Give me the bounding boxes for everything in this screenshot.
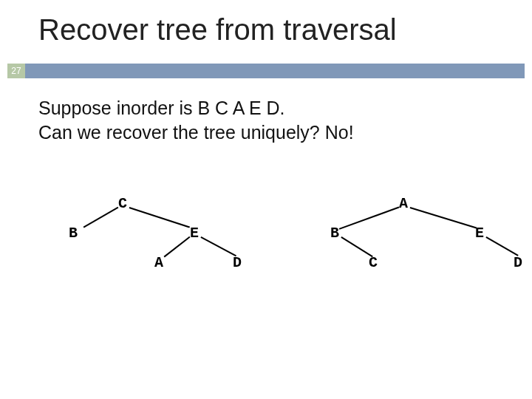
tree2-edge-b-c	[341, 236, 373, 257]
page-number-badge: 27	[7, 64, 25, 78]
tree2-left: B	[330, 225, 339, 242]
tree2-root: A	[399, 195, 408, 212]
body-line-2: Can we recover the tree uniquely? No!	[38, 120, 354, 145]
tree1-left: B	[69, 225, 78, 242]
header-band	[25, 64, 525, 78]
slide-body: Suppose inorder is B C A E D. Can we rec…	[38, 96, 354, 144]
trees-container: C B E A D A B E C D	[0, 185, 532, 332]
tree1-root: C	[118, 195, 127, 212]
tree2-edge-a-e	[410, 207, 477, 228]
tree1-right: E	[190, 225, 199, 242]
body-line-1: Suppose inorder is B C A E D.	[38, 96, 354, 120]
tree1-right-left: A	[154, 254, 163, 271]
tree2-right-right: D	[514, 254, 522, 271]
slide-title: Recover tree from traversal	[38, 13, 397, 47]
tree1-edge-c-e	[129, 207, 190, 228]
tree2-left-right: C	[369, 254, 378, 271]
tree1-edge-c-b	[83, 207, 119, 228]
tree1-edge-e-a	[164, 236, 191, 257]
tree1-right-right: D	[233, 254, 242, 271]
tree2-edge-e-d	[486, 236, 519, 256]
tree1-edge-e-d	[201, 236, 236, 256]
tree2-edge-a-b	[339, 207, 399, 230]
